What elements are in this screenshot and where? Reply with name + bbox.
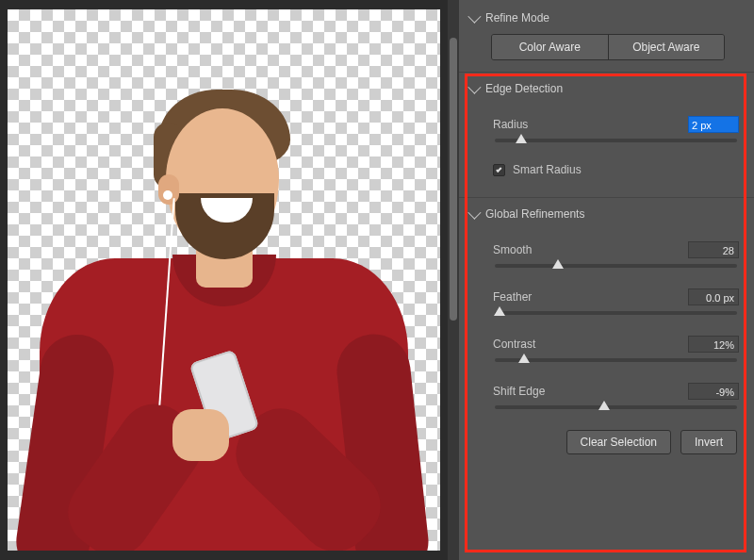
feather-slider-thumb[interactable] xyxy=(494,306,505,316)
contrast-slider-thumb[interactable] xyxy=(518,354,530,363)
refinement-buttons: Clear Selection Invert xyxy=(493,430,739,454)
shift-edge-value-input[interactable]: -9% xyxy=(688,383,739,400)
feather-value-input[interactable]: 0.0 px xyxy=(688,288,739,305)
document-canvas-wrap xyxy=(0,0,448,560)
radius-label: Radius xyxy=(493,118,528,131)
cutout-subject[interactable] xyxy=(8,9,440,551)
smooth-slider-thumb[interactable] xyxy=(552,259,564,269)
refine-mode-color-aware[interactable]: Color Aware xyxy=(492,35,609,59)
smooth-label: Smooth xyxy=(493,243,532,256)
contrast-label: Contrast xyxy=(493,338,535,351)
refine-mode-object-aware[interactable]: Object Aware xyxy=(609,35,725,59)
contrast-value-input[interactable]: 12% xyxy=(688,336,739,353)
shift-edge-slider-row: Shift Edge -9% xyxy=(493,383,739,409)
checkmark-icon xyxy=(496,166,501,172)
section-header-global-refinements[interactable]: Global Refinements xyxy=(467,202,746,226)
contrast-slider-row: Contrast 12% xyxy=(493,336,739,362)
radius-slider-thumb[interactable] xyxy=(516,134,527,143)
vertical-scrollbar[interactable] xyxy=(448,0,459,560)
smart-radius-checkbox-row[interactable]: Smart Radius xyxy=(493,163,739,176)
radius-slider-row: Radius 2 px xyxy=(493,116,739,142)
global-refinements-body: Smooth 28 Feather 0.0 px Contrast 12% xyxy=(467,226,746,460)
section-header-edge-detection[interactable]: Edge Detection xyxy=(467,76,746,101)
smart-radius-label: Smart Radius xyxy=(513,163,582,176)
clear-selection-button[interactable]: Clear Selection xyxy=(566,430,671,454)
shift-edge-slider-thumb[interactable] xyxy=(598,401,610,410)
document-canvas[interactable] xyxy=(8,9,440,551)
feather-slider-row: Feather 0.0 px xyxy=(493,288,739,315)
shift-edge-label: Shift Edge xyxy=(493,385,545,398)
section-title: Global Refinements xyxy=(485,207,584,221)
invert-button[interactable]: Invert xyxy=(680,430,737,454)
section-title: Refine Mode xyxy=(485,11,549,25)
smooth-value-input[interactable]: 28 xyxy=(688,241,739,258)
chevron-down-icon xyxy=(467,81,481,94)
smooth-slider-row: Smooth 28 xyxy=(493,241,739,268)
refine-edge-panel: Refine Mode Color Aware Object Aware Edg… xyxy=(459,0,754,560)
chevron-down-icon xyxy=(467,10,481,24)
section-title: Edge Detection xyxy=(485,82,563,95)
contrast-slider-track[interactable] xyxy=(495,358,737,362)
shift-edge-slider-track[interactable] xyxy=(495,405,737,409)
edge-detection-body: Radius 2 px Smart Radius xyxy=(467,101,746,193)
chevron-down-icon xyxy=(467,206,481,220)
radius-value-input[interactable]: 2 px xyxy=(688,116,739,133)
radius-slider-track[interactable] xyxy=(495,139,737,142)
feather-slider-track[interactable] xyxy=(495,311,737,315)
smart-radius-checkbox[interactable] xyxy=(493,164,505,176)
refine-mode-segmented: Color Aware Object Aware xyxy=(491,34,725,60)
divider xyxy=(459,72,754,73)
section-header-refine-mode[interactable]: Refine Mode xyxy=(467,6,746,30)
divider xyxy=(459,197,754,198)
scrollbar-thumb[interactable] xyxy=(450,38,457,321)
smooth-slider-track[interactable] xyxy=(495,264,737,268)
feather-label: Feather xyxy=(493,290,532,304)
